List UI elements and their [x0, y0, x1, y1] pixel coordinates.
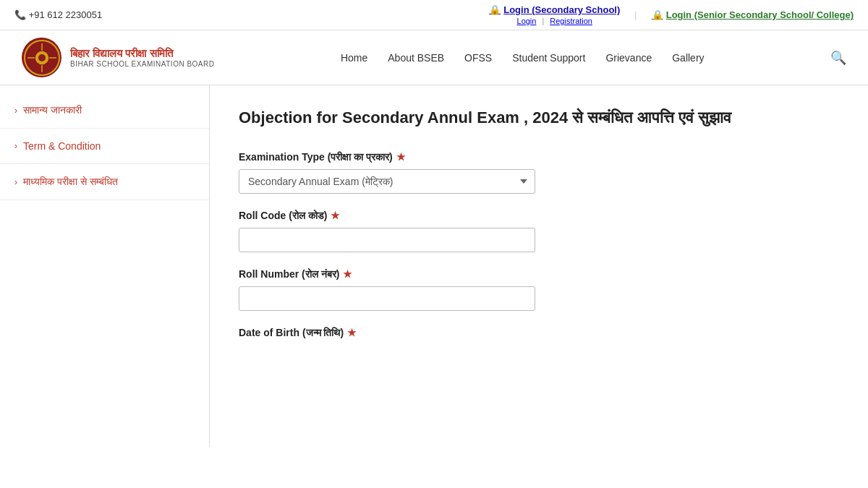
- roll-code-group: Roll Code (रोल कोड) ★: [239, 210, 542, 252]
- roll-number-group: Roll Number (रोल नंबर) ★: [239, 268, 542, 311]
- required-star-4: ★: [347, 327, 357, 338]
- sidebar-item-general[interactable]: › सामान्य जानकारी: [0, 93, 209, 129]
- required-star-3: ★: [343, 268, 352, 280]
- secondary-sub-links: Login | Registration: [517, 17, 592, 25]
- nav-home[interactable]: Home: [341, 52, 367, 64]
- nav-student-support[interactable]: Student Support: [512, 52, 585, 64]
- roll-number-label: Roll Number (रोल नंबर) ★: [239, 268, 542, 281]
- sidebar-item-term-condition[interactable]: › Term & Condition: [0, 129, 209, 164]
- nav-ofss[interactable]: OFSS: [464, 52, 492, 64]
- registration-link[interactable]: Registration: [550, 17, 592, 25]
- lock-icon: 🔒: [489, 4, 501, 15]
- secondary-login-group: 🔒 Login (Secondary School) Login | Regis…: [489, 4, 620, 25]
- login-links: 🔒 Login (Secondary School) Login | Regis…: [489, 4, 854, 25]
- top-divider: |: [634, 9, 637, 20]
- phone-number: 📞 +91 612 2230051: [14, 9, 102, 20]
- login-secondary-link[interactable]: 🔒 Login (Secondary School): [489, 4, 620, 15]
- roll-code-input[interactable]: [239, 228, 535, 252]
- nav-gallery[interactable]: Gallery: [672, 52, 704, 64]
- objection-form: Examination Type (परीक्षा का प्रकार) ★ S…: [239, 151, 542, 339]
- main-content: Objection for Secondary Annul Exam , 202…: [210, 85, 868, 447]
- divider: |: [542, 17, 544, 25]
- exam-type-label: Examination Type (परीक्षा का प्रकार) ★: [239, 151, 542, 163]
- phone-icon: 📞: [14, 9, 26, 20]
- roll-number-input[interactable]: [239, 286, 535, 311]
- content-area: › सामान्य जानकारी › Term & Condition › म…: [0, 85, 868, 447]
- required-star-2: ★: [331, 210, 340, 221]
- dob-label: Date of Birth (जन्म तिथि) ★: [239, 327, 542, 339]
- sidebar: › सामान्य जानकारी › Term & Condition › म…: [0, 85, 210, 447]
- nav-grievance[interactable]: Grievance: [605, 52, 652, 64]
- header: बिहार विद्यालय परीक्षा समिति BIHAR SCHOO…: [0, 30, 868, 85]
- chevron-icon-2: ›: [14, 141, 17, 151]
- login-senior-link[interactable]: 🔒 Login (Senior Secondary School/ Colleg…: [652, 9, 854, 20]
- roll-code-label: Roll Code (रोल कोड) ★: [239, 210, 542, 222]
- logo-circle: [22, 38, 61, 77]
- login-link[interactable]: Login: [517, 17, 537, 25]
- logo-text: बिहार विद्यालय परीक्षा समिति BIHAR SCHOO…: [70, 47, 214, 68]
- dob-group: Date of Birth (जन्म तिथि) ★: [239, 327, 542, 339]
- senior-login-group: 🔒 Login (Senior Secondary School/ Colleg…: [652, 9, 854, 20]
- top-bar: 📞 +91 612 2230051 🔒 Login (Secondary Sch…: [0, 0, 868, 30]
- svg-point-2: [38, 54, 46, 61]
- nav-about[interactable]: About BSEB: [388, 52, 444, 64]
- required-star-1: ★: [396, 151, 406, 163]
- sidebar-item-secondary-exam[interactable]: › माध्यमिक परीक्षा से सम्बंधित: [0, 164, 209, 200]
- search-button[interactable]: 🔍: [830, 50, 846, 66]
- chevron-icon-3: ›: [14, 177, 17, 187]
- page-title: Objection for Secondary Annul Exam , 202…: [239, 107, 839, 129]
- logo-area: बिहार विद्यालय परीक्षा समिति BIHAR SCHOO…: [22, 38, 214, 77]
- exam-type-select[interactable]: Secondary Annual Exam (मेट्रिक): [239, 169, 535, 194]
- lock-icon-senior: 🔒: [652, 9, 663, 20]
- exam-type-group: Examination Type (परीक्षा का प्रकार) ★ S…: [239, 151, 542, 194]
- main-nav: Home About BSEB OFSS Student Support Gri…: [341, 52, 705, 64]
- chevron-icon-1: ›: [14, 106, 17, 116]
